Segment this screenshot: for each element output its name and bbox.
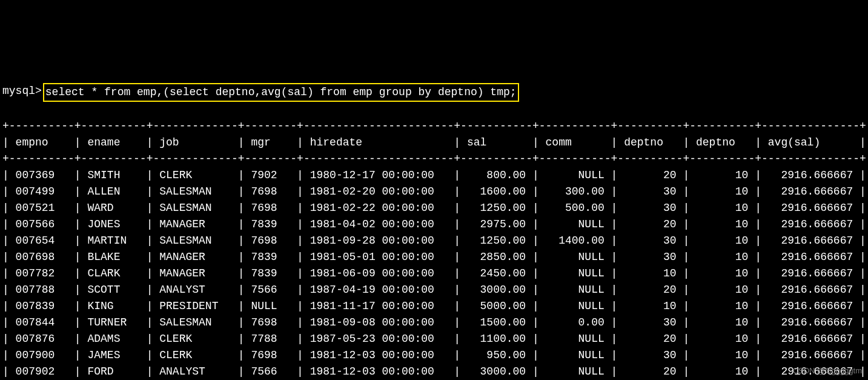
table-row: | 007566 | JONES | MANAGER | 7839 | 1981… — [2, 216, 868, 233]
table-row: | 007876 | ADAMS | CLERK | 7788 | 1987-0… — [2, 331, 868, 347]
terminal-output: mysql> select * from emp,(select deptno,… — [0, 65, 868, 380]
table-row: | 007654 | MARTIN | SALESMAN | 7698 | 19… — [2, 233, 868, 249]
sql-query[interactable]: select * from emp,(select deptno,avg(sal… — [45, 86, 517, 98]
table-row: | 007499 | ALLEN | SALESMAN | 7698 | 198… — [2, 184, 868, 200]
watermark: CSDN @Ggggggtm — [793, 365, 862, 377]
table-row: | 007369 | SMITH | CLERK | 7902 | 1980-1… — [2, 167, 868, 184]
table-row: | 007698 | BLAKE | MANAGER | 7839 | 1981… — [2, 249, 868, 265]
result-table: +----------+----------+-------------+---… — [2, 118, 868, 380]
query-highlight-box: select * from emp,(select deptno,avg(sal… — [43, 83, 519, 102]
table-row: | 007788 | SCOTT | ANALYST | 7566 | 1987… — [2, 282, 868, 298]
table-row: | 007839 | KING | PRESIDENT | NULL | 198… — [2, 298, 868, 315]
table-row: | 007844 | TURNER | SALESMAN | 7698 | 19… — [2, 315, 868, 331]
table-row: | 007521 | WARD | SALESMAN | 7698 | 1981… — [2, 200, 868, 216]
prompt-line: mysql> select * from emp,(select deptno,… — [2, 83, 868, 102]
table-divider: +----------+----------+-------------+---… — [2, 118, 868, 135]
table-divider: +----------+----------+-------------+---… — [2, 151, 868, 167]
table-header-row: | empno | ename | job | mgr | hiredate |… — [2, 135, 868, 151]
table-row: | 007902 | FORD | ANALYST | 7566 | 1981-… — [2, 364, 868, 380]
table-row: | 007782 | CLARK | MANAGER | 7839 | 1981… — [2, 265, 868, 282]
table-row: | 007900 | JAMES | CLERK | 7698 | 1981-1… — [2, 347, 868, 364]
mysql-prompt: mysql> — [2, 83, 42, 99]
